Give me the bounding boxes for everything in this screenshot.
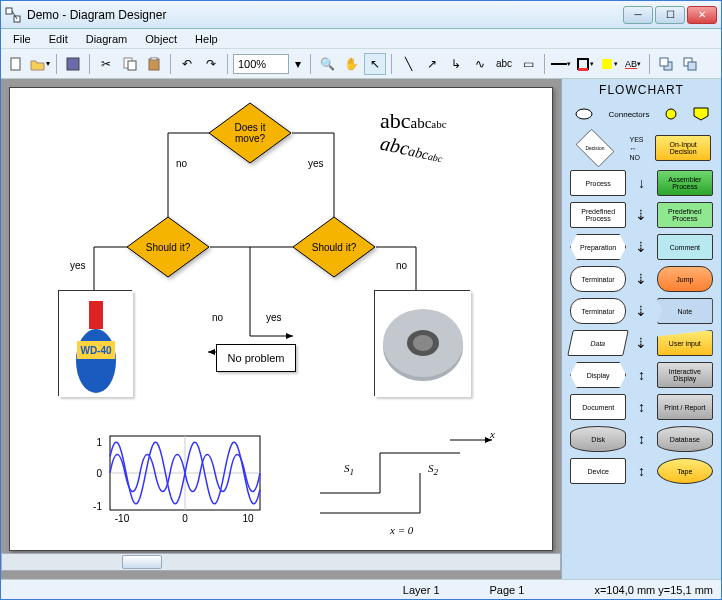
svg-rect-14 xyxy=(660,58,668,66)
paste-button[interactable] xyxy=(143,53,165,75)
svg-rect-23 xyxy=(89,301,103,329)
status-layer: Layer 1 xyxy=(403,584,440,596)
shape-database[interactable]: Database xyxy=(657,426,713,452)
text-sample-1[interactable]: abcabcabc xyxy=(380,108,447,134)
shape-note[interactable]: Note xyxy=(657,298,713,324)
app-window: Demo - Diagram Designer ─ ☐ ✕ File Edit … xyxy=(0,0,722,600)
shape-predefined2[interactable]: Predefined Process xyxy=(657,202,713,228)
shape-predefined[interactable]: Predefined Process xyxy=(570,202,626,228)
svg-point-40 xyxy=(576,109,592,119)
shape-device[interactable]: Device xyxy=(570,458,626,484)
open-button[interactable]: ▾ xyxy=(29,53,51,75)
new-button[interactable] xyxy=(5,53,27,75)
decision-should-right[interactable]: Should it? xyxy=(292,216,376,278)
svg-text:0: 0 xyxy=(182,513,188,524)
image-duct-tape[interactable] xyxy=(374,290,470,396)
svg-text:10: 10 xyxy=(242,513,254,524)
menu-object[interactable]: Object xyxy=(137,31,185,47)
menubar: File Edit Diagram Object Help xyxy=(1,29,721,49)
svg-rect-12 xyxy=(602,59,612,69)
shape-userinput[interactable]: User input xyxy=(657,330,713,356)
shape-oninput-decision[interactable]: On-Input Decision xyxy=(655,135,711,161)
minimize-button[interactable]: ─ xyxy=(623,6,653,24)
shape-decision[interactable]: Decision xyxy=(576,129,615,168)
linecolor-button[interactable]: ▾ xyxy=(574,53,596,75)
palette-title: FLOWCHART xyxy=(562,79,721,99)
shape-preparation[interactable]: Preparation xyxy=(570,234,626,260)
redo-button[interactable]: ↷ xyxy=(200,53,222,75)
menu-file[interactable]: File xyxy=(5,31,39,47)
zoom-input[interactable] xyxy=(233,54,289,74)
undo-button[interactable]: ↶ xyxy=(176,53,198,75)
svg-rect-4 xyxy=(67,58,79,70)
shape-tape[interactable]: Tape xyxy=(657,458,713,484)
svg-rect-8 xyxy=(151,57,157,60)
status-page: Page 1 xyxy=(490,584,525,596)
shape-document[interactable]: Document xyxy=(570,394,626,420)
save-button[interactable] xyxy=(62,53,84,75)
svg-text:WD-40: WD-40 xyxy=(80,345,112,356)
shape-data[interactable]: Data xyxy=(567,330,629,356)
shape-print[interactable]: Print / Report xyxy=(657,394,713,420)
connector-tool-icon[interactable]: ↳ xyxy=(445,53,467,75)
shape-disk[interactable]: Disk xyxy=(570,426,626,452)
scrollbar-thumb[interactable] xyxy=(122,555,162,569)
shape-terminator2[interactable]: Terminator xyxy=(570,298,626,324)
text-sample-2[interactable]: abcabcabc xyxy=(378,132,445,168)
svg-rect-10 xyxy=(578,59,588,69)
menu-help[interactable]: Help xyxy=(187,31,226,47)
menu-edit[interactable]: Edit xyxy=(41,31,76,47)
svg-text:0: 0 xyxy=(96,468,102,479)
svg-text:-10: -10 xyxy=(115,513,130,524)
shape-assembler[interactable]: Assembler Process xyxy=(657,170,713,196)
svg-rect-0 xyxy=(6,8,12,14)
cut-button[interactable]: ✂ xyxy=(95,53,117,75)
titlebar: Demo - Diagram Designer ─ ☐ ✕ xyxy=(1,1,721,29)
text-tool-icon[interactable]: abc xyxy=(493,53,515,75)
connector-mid-icon[interactable] xyxy=(664,107,678,121)
canvas[interactable]: Does it move? Should it? Should it? xyxy=(9,87,553,551)
svg-rect-16 xyxy=(688,62,696,70)
shape-terminator1[interactable]: Terminator xyxy=(570,266,626,292)
menu-diagram[interactable]: Diagram xyxy=(78,31,136,47)
decision-should-left[interactable]: Should it? xyxy=(126,216,210,278)
shape-comment[interactable]: Comment xyxy=(657,234,713,260)
textcolor-button[interactable]: AB▾ xyxy=(622,53,644,75)
svg-point-21 xyxy=(76,329,116,393)
horizontal-scrollbar[interactable] xyxy=(1,553,561,571)
line-tool-icon[interactable]: ╲ xyxy=(397,53,419,75)
pan-tool-icon[interactable]: ✋ xyxy=(340,53,362,75)
linestyle-button[interactable]: ▾ xyxy=(550,53,572,75)
maximize-button[interactable]: ☐ xyxy=(655,6,685,24)
statusbar: Layer 1 Page 1 x=104,0 mm y=15,1 mm xyxy=(1,579,721,599)
shape-idisplay[interactable]: Interactive Display xyxy=(657,362,713,388)
fillcolor-button[interactable]: ▾ xyxy=(598,53,620,75)
canvas-area[interactable]: Does it move? Should it? Should it? xyxy=(1,79,561,579)
step-diagram[interactable]: S1 S2 x x = 0 xyxy=(310,428,500,538)
window-title: Demo - Diagram Designer xyxy=(27,8,623,22)
image-wd40[interactable]: WD-40 xyxy=(58,290,132,396)
close-button[interactable]: ✕ xyxy=(687,6,717,24)
shape-process[interactable]: Process xyxy=(570,170,626,196)
shape-palette: FLOWCHART Connectors Decision YES↔NO On-… xyxy=(561,79,721,579)
app-icon xyxy=(5,7,21,23)
shape-jump[interactable]: Jump xyxy=(657,266,713,292)
decision-move[interactable]: Does it move? xyxy=(208,102,292,164)
box-no-problem[interactable]: No problem xyxy=(216,344,296,372)
toolbar: ▾ ✂ ↶ ↷ ▾ 🔍 ✋ ↖ ╲ ↗ ↳ ∿ abc ▭ ▾ ▾ ▾ AB▾ xyxy=(1,49,721,79)
front-button[interactable] xyxy=(655,53,677,75)
connector-start-icon[interactable] xyxy=(574,107,594,121)
status-coords: x=104,0 mm y=15,1 mm xyxy=(594,584,713,596)
sine-plot[interactable]: 1 0 -1 -10 0 10 xyxy=(80,428,270,528)
svg-rect-7 xyxy=(149,59,159,70)
back-button[interactable] xyxy=(679,53,701,75)
shape-display[interactable]: Display xyxy=(570,362,626,388)
connector-end-icon[interactable] xyxy=(693,107,709,121)
curve-tool-icon[interactable]: ∿ xyxy=(469,53,491,75)
rect-tool-icon[interactable]: ▭ xyxy=(517,53,539,75)
pointer-tool-icon[interactable]: ↖ xyxy=(364,53,386,75)
zoom-tool-icon[interactable]: 🔍 xyxy=(316,53,338,75)
zoom-dropdown[interactable]: ▾ xyxy=(291,53,305,75)
arrow-tool-icon[interactable]: ↗ xyxy=(421,53,443,75)
copy-button[interactable] xyxy=(119,53,141,75)
